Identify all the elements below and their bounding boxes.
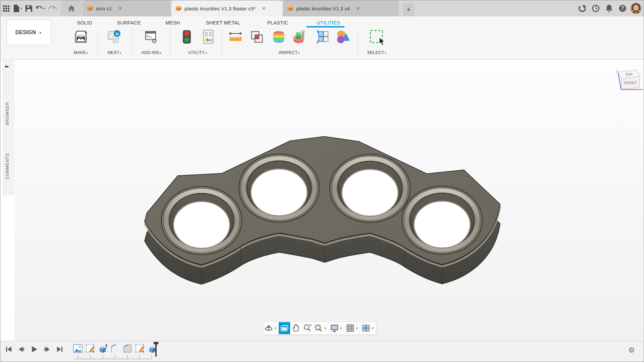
fusion360-window: ▾ ▾ ▾ Arm v1 ✕ plastic knuckles V1.3 flo… [0,0,644,362]
timeline-group-bracket [74,355,152,359]
group-separator [357,29,358,57]
group-separator [222,29,222,57]
orbit-button[interactable]: ▾ [263,322,279,334]
utility-traffic-light-icon[interactable] [179,29,195,45]
extensions-icon[interactable] [577,0,588,16]
comments-panel-tab[interactable]: COMMENTS [5,153,10,179]
home-tab[interactable] [61,0,82,16]
home-icon [68,5,75,12]
design-cube-icon [87,5,93,11]
timeline-feature-sketch[interactable] [135,344,145,354]
ribbon-tab-surface[interactable]: SURFACE [117,20,141,25]
view-navigation-toolbar: ▾ ▾ ▾ ▾ ▾ [263,321,376,335]
interference-icon[interactable] [249,29,265,45]
tab-label: Arm v1 [96,6,112,11]
tab-close-icon[interactable]: ✕ [118,6,122,11]
title-bar: ▾ ▾ ▾ Arm v1 ✕ plastic knuckles V1.3 flo… [0,0,644,16]
viewcube-top-label[interactable]: TOP [625,72,633,76]
z-axis-label: Z [615,70,618,74]
new-tab-button[interactable]: + [403,3,414,16]
mouse-cursor [379,37,386,46]
go-to-end-button[interactable] [56,346,63,353]
group-separator [170,29,170,57]
expand-panel-icon[interactable]: ▶▶ [5,65,8,68]
component-color-cycling-icon[interactable] [335,29,351,45]
group-label-utility[interactable]: UTILITY▾ [189,50,207,55]
document-tab-knuckles-v4[interactable]: plastic knuckles V1.3 v4 ✕ [283,0,399,16]
timeline-settings-gear[interactable]: ⚙ [628,346,635,354]
ribbon-tab-mesh[interactable]: MESH [165,20,180,25]
group-separator [132,29,133,57]
group-label-select[interactable]: SELECT▾ [367,50,386,55]
ribbon-tab-utilities[interactable]: UTILITIES [317,20,340,25]
document-tab-arm[interactable]: Arm v1 ✕ [83,0,171,16]
redo-caret[interactable]: ▾ [55,7,59,10]
timeline-feature-extrude[interactable] [98,344,108,354]
section-analysis-icon[interactable] [314,29,330,45]
viewcube-front-label[interactable]: FRONT [624,81,637,85]
file-menu-caret[interactable]: ▾ [19,7,23,10]
design-cube-icon [175,5,181,11]
workspace-selector[interactable]: DESIGN▾ [6,20,51,45]
zoom-button[interactable] [302,322,313,334]
group-label-make[interactable]: MAKE▾ [74,50,88,55]
group-label-nest[interactable]: NEST▾ [108,50,121,55]
avatar[interactable] [630,0,642,16]
view-cube[interactable]: TOP FRONT Z X [608,66,644,100]
pan-button[interactable] [290,322,302,334]
timeline-feature-sketch[interactable] [85,344,95,354]
design-cube-icon [287,5,293,11]
zebra-analysis-icon[interactable] [271,29,286,45]
utility-report-icon[interactable] [201,29,216,45]
ribbon-tab-solid[interactable]: SOLID [77,20,92,25]
timeline-feature-fillet[interactable] [122,344,132,354]
display-settings-button[interactable]: ▾ [329,322,344,334]
workspace-label: DESIGN [15,29,36,36]
ribbon-tab-plastic[interactable]: PLASTIC [267,20,288,25]
step-back-button[interactable] [18,346,25,353]
tab-label: plastic knuckles V1.3 v4 [296,6,350,11]
nest-icon[interactable] [107,29,122,45]
draft-analysis-icon[interactable] [292,29,308,45]
group-separator [98,29,98,57]
save-icon[interactable] [23,0,35,16]
active-tab-underline [307,26,344,27]
window-zoom-button[interactable]: ▾ [313,322,329,334]
document-tab-knuckles-v3[interactable]: plastic knuckles V1.3 floater v3* ✕ [171,0,282,16]
tab-label: plastic knuckles V1.3 floater v3* [184,6,256,11]
step-forward-button[interactable] [43,346,51,353]
browser-panel-tab[interactable]: BROWSER [5,102,10,125]
ribbon: DESIGN▾ SOLID SURFACE MESH SHEET METAL P… [0,16,644,60]
measure-icon[interactable] [228,29,243,45]
app-grid-icon[interactable] [0,0,12,16]
job-status-icon[interactable] [590,0,601,16]
timeline-bar: ⚙ [0,341,644,362]
viewport-canvas[interactable] [14,60,643,341]
look-at-button[interactable] [279,322,290,334]
go-to-start-button[interactable] [5,346,12,353]
group-label-addins[interactable]: ADD-INS▾ [141,50,161,55]
play-button[interactable] [31,346,38,353]
viewports-button[interactable]: ▾ [360,322,376,334]
group-label-inspect[interactable]: INSPECT▾ [279,50,300,55]
collapsed-panel-strip: ▶▶ BROWSER COMMENTS [2,60,14,195]
svg-text:⚙: ⚙ [151,37,157,44]
timeline-feature-canvas[interactable] [73,344,83,354]
grid-snap-button[interactable]: ▾ [344,322,360,334]
timeline-scrubber[interactable] [153,342,159,357]
tab-close-icon[interactable]: ✕ [356,6,360,11]
timeline-feature-fillet[interactable] [110,344,120,354]
add-ins-icon[interactable]: ⚙ [144,29,159,45]
make-3d-print-icon[interactable] [73,29,89,45]
tab-close-icon[interactable]: ✕ [262,6,266,11]
help-icon[interactable]: ? [617,0,628,16]
notifications-icon[interactable] [603,0,615,16]
svg-text:?: ? [621,5,624,11]
undo-caret[interactable]: ▾ [43,7,47,10]
ribbon-tab-sheetmetal[interactable]: SHEET METAL [206,20,240,25]
